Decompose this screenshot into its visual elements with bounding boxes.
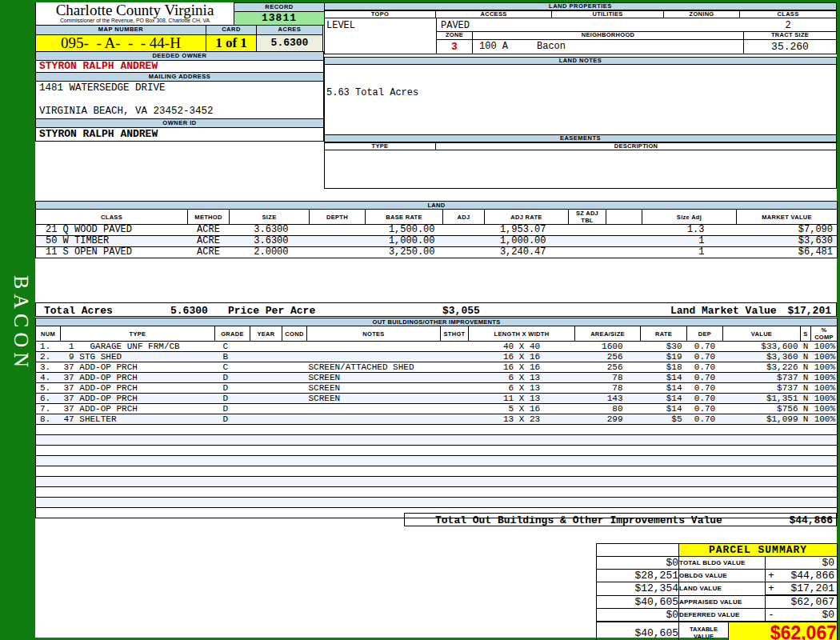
parcel-summary-title: PARCEL SUMMARY — [679, 544, 838, 557]
prev-obldg-value: $28,251 — [597, 570, 679, 582]
ob-dep: 0.70 — [687, 373, 723, 383]
ob-sthgt — [441, 383, 469, 394]
ob-num: 8. — [36, 414, 61, 425]
empty-cell — [36, 446, 61, 456]
empty-cell — [811, 435, 838, 446]
out-buildings-header-row: NUM TYPE GRADE YEAR COND NOTES STHGT LEN… — [36, 326, 838, 342]
ob-comp: 100% — [811, 362, 838, 373]
empty-cell — [441, 435, 469, 446]
empty-cell — [687, 435, 723, 446]
empty-cell — [282, 435, 307, 446]
empty-cell — [687, 487, 723, 498]
empty-cell — [441, 425, 469, 435]
empty-cell — [36, 466, 61, 477]
ob-year — [250, 394, 282, 404]
land-adj_rate: 1,953.07 — [485, 225, 569, 236]
prev-appraised-value: $40,605 — [597, 595, 679, 609]
empty-cell — [811, 425, 838, 435]
empty-cell — [441, 466, 469, 477]
ob-value: $1,351 — [723, 394, 801, 404]
commissioner-line: Commissioner of the Revenue, PO Box 308,… — [36, 18, 234, 23]
ob-notes: SCREEN/ATTACHED SHED — [307, 362, 441, 373]
empty-cell — [215, 456, 250, 466]
empty-cell — [282, 466, 307, 477]
owner-column: Charlotte County Virginia Commissioner o… — [35, 2, 324, 142]
ob-num: 4. — [36, 373, 61, 383]
ob-row: 8.47 SHELTERD 13 X 23299$50.70$1,099N100… — [36, 414, 838, 425]
ob-row: 3.37 ADD-OP PRCHC SCREEN/ATTACHED SHED 1… — [36, 362, 838, 373]
zone-label: ZONE — [437, 32, 473, 39]
obldg-value-label: OBLDG VALUE — [679, 570, 766, 582]
county-title: Charlotte County Virginia — [36, 2, 234, 18]
ob-grade: D — [215, 383, 250, 394]
empty-cell — [215, 508, 250, 518]
out-buildings-total-bar: Total Out Buildings & Other Improvements… — [404, 513, 837, 526]
empty-cell — [282, 446, 307, 456]
land-notes-title: LAND NOTES — [324, 57, 837, 65]
empty-cell — [61, 508, 215, 518]
prev-taxable-value: $40,605 — [597, 622, 679, 640]
value: $0 — [822, 557, 834, 569]
land-adj — [443, 236, 485, 247]
ob-sthgt — [441, 394, 469, 404]
empty-cell — [282, 508, 307, 518]
acres-label: ACRES — [256, 26, 323, 35]
empty-cell — [282, 425, 307, 435]
ob-comp: 100% — [811, 352, 838, 362]
ob-empty-row — [36, 498, 838, 508]
land-header-size: SIZE — [230, 210, 310, 225]
ob-grade: D — [215, 394, 250, 404]
price-per-acre-value: $3,055 — [442, 305, 480, 317]
empty-cell — [575, 466, 641, 477]
sign: + — [768, 582, 774, 594]
ob-rate: $5 — [641, 414, 687, 425]
ob-grade: C — [215, 342, 250, 352]
ob-dep: 0.70 — [687, 414, 723, 425]
parcel-row-land: $12,354 LAND VALUE +$17,201 — [597, 582, 838, 596]
empty-cell — [687, 498, 723, 508]
land-market-value-label: Land Market Value — [670, 305, 777, 317]
ob-value: $1,099 — [723, 414, 801, 425]
land-blank — [606, 247, 642, 258]
access-label: ACCESS — [435, 10, 552, 18]
map-number-table: MAP NUMBER CARD ACRES 095- - A- - - 44-H… — [35, 26, 324, 52]
land-depth — [310, 236, 366, 247]
empty-cell — [811, 466, 838, 477]
empty-cell — [641, 425, 687, 435]
record-box: RECORD 13811 — [234, 2, 325, 26]
parcel-summary-table: PARCEL SUMMARY $0 TOTAL BLDG VALUE $0 $2… — [596, 543, 838, 640]
owner-id-value: STYRON RALPH ANDREW — [35, 128, 324, 142]
mailing-address-label: MAILING ADDRESS — [35, 72, 324, 82]
empty-cell — [469, 498, 575, 508]
tract-size-label: TRACT SIZE — [744, 32, 836, 39]
ob-grade: D — [215, 404, 250, 414]
ob-sthgt — [441, 414, 469, 425]
ob-notes — [307, 342, 441, 352]
ob-cond — [282, 352, 307, 362]
ob-comp: 100% — [811, 404, 838, 414]
ob-lxw: 5 X 16 — [469, 404, 575, 414]
neighborhood-label: NEIGHBORHOOD — [473, 32, 744, 39]
empty-cell — [441, 456, 469, 466]
empty-cell — [723, 498, 801, 508]
empty-cell — [801, 446, 811, 456]
ob-num: 1. — [36, 342, 61, 352]
ob-rate: $14 — [641, 404, 687, 414]
empty-cell — [687, 446, 723, 456]
land-adj — [443, 225, 485, 236]
empty-cell — [307, 446, 441, 456]
empty-cell — [801, 498, 811, 508]
ob-row: 1. 1 GARAGE UNF FRM/CBC 40 X 401600$300.… — [36, 342, 838, 352]
land-title: LAND — [36, 202, 838, 210]
ob-s: N — [801, 362, 811, 373]
empty-cell — [61, 466, 215, 477]
land-size: 3.6300 — [230, 236, 310, 247]
empty-cell — [250, 425, 282, 435]
ob-total-label: Total Out Buildings & Other Improvements… — [435, 514, 722, 526]
empty-cell — [307, 456, 441, 466]
ob-year — [250, 352, 282, 362]
empty-cell — [575, 435, 641, 446]
parcel-summary-section: PARCEL SUMMARY $0 TOTAL BLDG VALUE $0 $2… — [596, 543, 838, 640]
empty-cell — [215, 425, 250, 435]
land-sz_adj_tbl — [569, 247, 606, 258]
